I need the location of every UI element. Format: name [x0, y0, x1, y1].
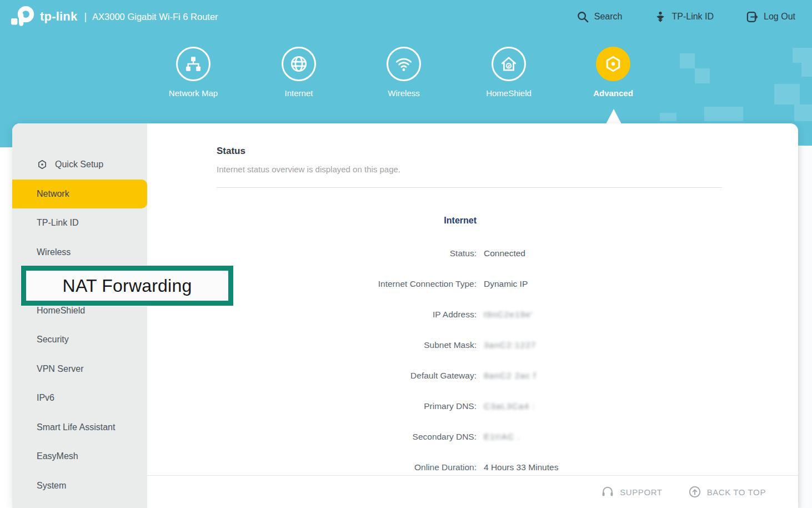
- brand: tp-link: [10, 3, 77, 30]
- globe-icon: [282, 47, 316, 81]
- row-value-redacted: 3anC2:1227: [484, 340, 536, 350]
- sidebar-item-system[interactable]: System: [12, 471, 147, 501]
- brand-name: tp-link: [40, 9, 77, 24]
- sidebar-item-tplink-id[interactable]: TP-Link ID: [12, 208, 147, 238]
- tp-link-logo-icon: [10, 6, 36, 30]
- sidebar-item-label: IPv6: [37, 393, 54, 403]
- main-content: Status Internet status overview is displ…: [147, 123, 798, 508]
- sidebar-item-label: System: [37, 481, 66, 491]
- top-actions: Search TP-Link ID Log Out: [577, 11, 795, 23]
- status-rows: Status: Connected Internet Connection Ty…: [217, 238, 798, 482]
- deco-block: [660, 113, 676, 121]
- sidebar-item-security[interactable]: Security: [12, 325, 147, 355]
- arrow-up-circle-icon: [688, 485, 701, 499]
- nat-forwarding-annotation[interactable]: NAT Forwarding: [21, 266, 233, 306]
- title-divider: [217, 187, 722, 188]
- deco-block: [801, 63, 812, 77]
- sidebar-item-label: Smart Life Assistant: [37, 422, 115, 432]
- sidebar-item-vpn-server[interactable]: VPN Server: [12, 355, 147, 384]
- top-bar: tp-link | AX3000 Gigabit Wi-Fi 6 Router …: [0, 0, 812, 33]
- logout-button[interactable]: Log Out: [746, 11, 795, 23]
- deco-block: [794, 104, 812, 121]
- row-value: Connected: [484, 248, 525, 258]
- status-row: Status: Connected: [217, 238, 798, 268]
- sidebar-item-label: Wireless: [37, 247, 71, 257]
- tplink-id-button[interactable]: TP-Link ID: [654, 11, 714, 23]
- sidebar-item-label: EasyMesh: [37, 451, 78, 461]
- nav-label: Wireless: [354, 88, 454, 98]
- sidebar-item-network[interactable]: Network: [12, 180, 147, 209]
- nat-forwarding-annotation-label: NAT Forwarding: [63, 276, 192, 296]
- nav-item-internet[interactable]: Internet: [249, 47, 349, 98]
- sidebar: Quick Setup Network TP-Link ID Wireless …: [12, 123, 147, 508]
- tplink-id-label: TP-Link ID: [671, 12, 714, 22]
- logout-icon: [746, 11, 759, 23]
- nav-item-homeshield[interactable]: HomeShield: [459, 47, 559, 98]
- nav-item-advanced[interactable]: Advanced: [563, 47, 663, 98]
- wifi-icon: [387, 47, 421, 81]
- nav-item-network-map[interactable]: Network Map: [143, 47, 243, 98]
- status-row: Internet Connection Type: Dynamic IP: [217, 268, 798, 299]
- back-to-top-button[interactable]: BACK TO TOP: [688, 485, 766, 499]
- network-map-icon: [176, 47, 210, 81]
- content-footer: SUPPORT BACK TO TOP: [147, 475, 798, 508]
- sidebar-item-label: VPN Server: [37, 364, 83, 374]
- support-label: SUPPORT: [620, 487, 662, 497]
- row-label: Online Duration:: [217, 462, 477, 472]
- device-title: AX3000 Gigabit Wi-Fi 6 Router: [92, 12, 218, 22]
- row-label: Internet Connection Type:: [217, 279, 477, 289]
- row-label: Secondary DNS:: [217, 432, 477, 442]
- sidebar-item-label: TP-Link ID: [37, 218, 79, 228]
- sidebar-item-smart-life-assistant[interactable]: Smart Life Assistant: [12, 413, 147, 442]
- deco-block: [695, 68, 710, 83]
- logout-label: Log Out: [764, 12, 795, 22]
- home-shield-icon: [492, 47, 526, 81]
- status-row: Default Gateway: 8anC2 2ac f: [217, 360, 798, 391]
- user-icon: [654, 11, 666, 23]
- page-title: Status: [217, 146, 798, 157]
- status-row: IP Address: t9nC2e19e': [217, 299, 798, 330]
- sidebar-item-ipv6[interactable]: IPv6: [12, 384, 147, 413]
- nav-label: Advanced: [563, 88, 663, 98]
- row-value-redacted: E1t!AC .: [484, 432, 520, 442]
- deco-block: [793, 48, 812, 63]
- active-tab-pointer: [606, 109, 621, 124]
- row-label: Subnet Mask:: [217, 340, 477, 350]
- back-to-top-label: BACK TO TOP: [707, 487, 766, 497]
- row-label: Primary DNS:: [217, 401, 477, 411]
- row-value-redacted: 8anC2 2ac f: [484, 371, 537, 381]
- nav-item-wireless[interactable]: Wireless: [354, 47, 454, 98]
- status-row: Primary DNS: C3aL3Ca4 :: [217, 391, 798, 421]
- sidebar-item-label: Quick Setup: [55, 160, 103, 170]
- nav-label: HomeShield: [459, 88, 559, 98]
- sidebar-item-label: Security: [37, 335, 69, 345]
- search-button[interactable]: Search: [577, 11, 623, 23]
- row-value: 4 Hours 33 Minutes: [484, 462, 558, 472]
- sidebar-item-wireless[interactable]: Wireless: [12, 238, 147, 267]
- row-label: IP Address:: [217, 310, 477, 320]
- search-icon: [577, 11, 589, 23]
- deco-block: [774, 84, 800, 104]
- gear-icon: [596, 47, 630, 81]
- sidebar-item-quick-setup[interactable]: Quick Setup: [12, 150, 147, 180]
- support-button[interactable]: SUPPORT: [601, 485, 662, 499]
- sidebar-item-label: HomeShield: [37, 306, 85, 316]
- sidebar-item-label: Network: [37, 189, 69, 199]
- gear-icon: [37, 159, 48, 170]
- row-label: Status:: [217, 248, 477, 258]
- right-gutter: [797, 146, 812, 508]
- status-row: Secondary DNS: E1t!AC .: [217, 421, 798, 452]
- content-panel: Quick Setup Network TP-Link ID Wireless …: [12, 123, 798, 508]
- deco-block: [680, 53, 695, 68]
- status-row: Subnet Mask: 3anC2:1227: [217, 330, 798, 360]
- search-label: Search: [594, 12, 623, 22]
- headset-icon: [601, 485, 614, 499]
- page-subtitle: Internet status overview is displayed on…: [217, 165, 798, 174]
- internet-section-title: Internet: [217, 216, 477, 226]
- brand-separator: |: [84, 11, 87, 23]
- row-value-redacted: C3aL3Ca4 :: [484, 401, 535, 411]
- sidebar-item-easymesh[interactable]: EasyMesh: [12, 442, 147, 471]
- row-value-redacted: t9nC2e19e': [484, 310, 533, 320]
- row-label: Default Gateway:: [217, 371, 477, 381]
- deco-block: [704, 107, 743, 121]
